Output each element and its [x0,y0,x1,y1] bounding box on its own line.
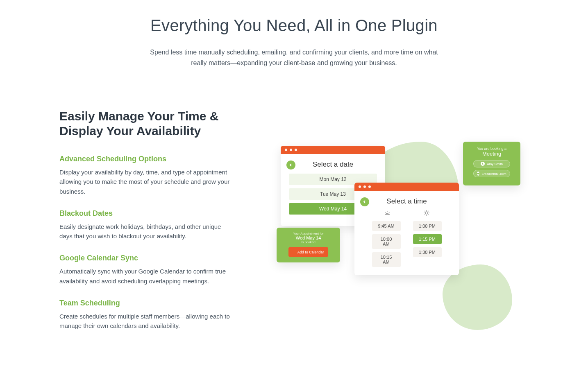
person-icon [481,162,485,166]
time-option: 10:15 AM [372,252,401,267]
booking-label: You are booking a [467,147,516,151]
booking-name: Amy Smith [487,162,503,166]
window-bar [281,146,385,154]
sun-icon [423,210,430,218]
svg-rect-1 [477,173,479,174]
booking-email-pill: Email@mail.com [473,170,510,177]
feature-body: Display your availability by day, time, … [59,167,236,196]
mock-booking-card: You are booking a Meeting Amy Smith Emai… [463,142,520,185]
illustration: Select a date Mon May 12 Tue May 13 Wed … [272,146,529,334]
window-bar [354,183,459,191]
feature-block: Blackout Dates Easily designate work hol… [59,209,248,241]
booking-email: Email@mail.com [481,172,506,176]
booking-name-pill: Amy Smith [473,160,510,167]
sunrise-icon [384,210,390,218]
confirm-line1: Your Appointment for [282,232,335,235]
mock-confirm-card: Your Appointment for Wed May 14 is booke… [277,228,340,262]
mock-time-card: Select a time 9:45 AM 10:00 AM 10:15 AM … [354,183,459,275]
svg-point-2 [425,212,428,214]
feature-title: Advanced Scheduling Options [59,155,248,163]
feature-title: Blackout Dates [59,209,248,218]
svg-point-0 [482,163,483,164]
add-to-calendar-label: Add to Calendar [297,250,324,254]
feature-block: Google Calendar Sync Automatically sync … [59,254,248,286]
time-option-selected: 1:15 PM [413,234,442,244]
time-card-title: Select a time [354,191,459,210]
section-heading: Easily Manage Your Time & Display Your A… [59,109,248,138]
time-option: 10:00 AM [372,234,401,249]
plus-icon: + [293,250,295,254]
booking-type: Meeting [467,151,516,157]
date-card-title: Select a date [281,154,385,174]
confirm-date: Wed May 14 [282,235,335,240]
feature-block: Team Scheduling Create schedules for mul… [59,299,248,331]
time-option: 1:00 PM [413,221,442,231]
feature-title: Google Calendar Sync [59,254,248,262]
mail-icon [477,172,479,176]
add-to-calendar-button: + Add to Calendar [288,247,328,257]
feature-body: Create schedules for multiple staff memb… [59,312,236,331]
confirm-line3: is booked [282,240,335,244]
time-option: 1:30 PM [413,247,442,257]
feature-body: Automatically sync with your Google Cale… [59,267,236,286]
time-option: 9:45 AM [372,221,401,231]
feature-block: Advanced Scheduling Options Display your… [59,155,248,196]
hero-title: Everything You Need, All in One Plugin [59,16,529,35]
feature-title: Team Scheduling [59,299,248,307]
hero-subtitle: Spend less time manually scheduling, ema… [147,47,442,68]
feature-body: Easily designate work holidays, birthday… [59,222,236,241]
